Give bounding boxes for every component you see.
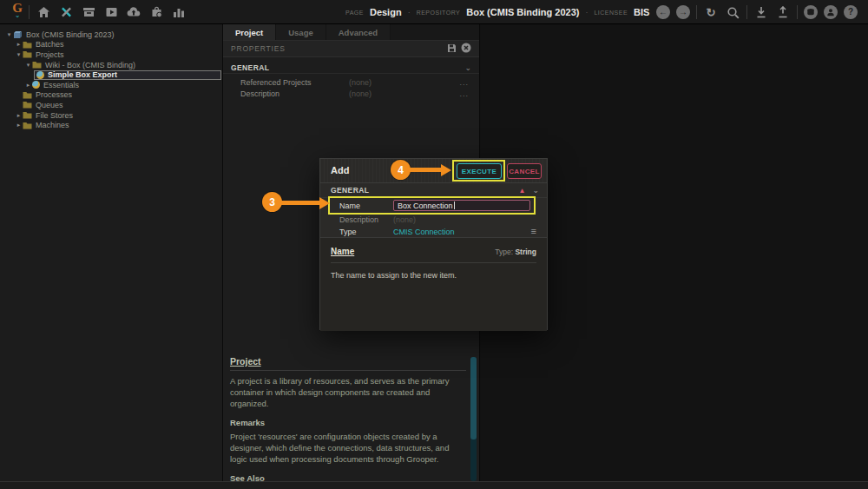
step-4-arrowhead-icon (441, 164, 451, 176)
licensee-value[interactable]: BIS (634, 7, 649, 17)
help-title-row: Name Type: String (331, 247, 536, 263)
stats-chart-icon[interactable] (171, 4, 187, 20)
search-button[interactable] (725, 4, 740, 20)
doc-scrollbar-thumb[interactable] (470, 357, 477, 439)
tree-item-processes[interactable]: Processes (0, 90, 223, 101)
selected-item-box[interactable]: Simple Box Export (34, 70, 221, 80)
dialog-row-type[interactable]: Type CMIS Connection ≡ (320, 226, 547, 237)
help-body: The name to assign to the new item. (331, 271, 536, 280)
grooper-logo[interactable]: G ⌄ (9, 1, 26, 22)
property-row-description[interactable]: Description (none) ... (223, 88, 479, 99)
dialog-general-header[interactable]: GENERAL ▲ ⌄ (320, 183, 547, 198)
property-value: (none) (349, 78, 372, 87)
documentation-panel: Project A project is a library of resour… (230, 355, 466, 489)
expander-closed-icon[interactable]: ▸ (15, 122, 23, 129)
tree-item-label: Essentials (43, 81, 79, 89)
expander-open-icon[interactable]: ▾ (24, 62, 32, 69)
divider (230, 370, 466, 371)
tree-item-file-stores[interactable]: ▸ File Stores (0, 110, 223, 121)
tree-item-wiki-box[interactable]: ▾ Wiki - Box (CMIS Binding) (0, 60, 223, 70)
download-button[interactable] (753, 4, 769, 20)
tree-item-label: Simple Box Export (48, 70, 117, 79)
ellipsis-button[interactable]: ... (459, 89, 469, 98)
properties-toolbar: PROPERTIES (223, 41, 479, 57)
warning-icon: ▲ (519, 187, 526, 195)
divider (797, 5, 798, 19)
cancel-button[interactable]: CANCEL (507, 163, 542, 179)
tree-item-queues[interactable]: Queues (0, 100, 223, 110)
design-tools-icon[interactable] (58, 4, 74, 20)
tab-bar: Project Usage Advanced (223, 24, 479, 41)
expander-closed-icon[interactable]: ▸ (15, 41, 23, 48)
repository-icon (13, 30, 23, 39)
folder-icon (23, 50, 32, 58)
dialog-general-title: GENERAL (331, 186, 369, 195)
top-nav-icons (36, 0, 187, 24)
property-label: Referenced Projects (240, 78, 349, 87)
doc-remarks: Project 'resources' are configuration ob… (230, 432, 466, 465)
folder-icon (23, 122, 32, 129)
help-title: Name (331, 247, 354, 256)
tree-item-label: Box (CMIS Binding 2023) (26, 30, 115, 39)
home-icon[interactable] (36, 4, 51, 20)
chevron-down-icon[interactable]: ⌄ (464, 64, 471, 72)
expander-closed-icon[interactable]: ▸ (15, 112, 23, 119)
name-input[interactable]: Box Connection (393, 200, 530, 211)
upload-button[interactable] (775, 4, 791, 20)
save-icon[interactable] (447, 41, 457, 56)
repository-value[interactable]: Box (CMIS Binding 2023) (466, 7, 579, 17)
tab-project[interactable]: Project (223, 24, 276, 40)
step-4-badge: 4 (391, 160, 411, 180)
expander-open-icon[interactable]: ▾ (15, 51, 23, 58)
tree-item-simple-box-export[interactable]: Simple Box Export (0, 69, 223, 80)
close-icon[interactable] (461, 41, 471, 56)
project-sphere-icon (32, 81, 40, 89)
general-section-title: GENERAL (231, 63, 269, 72)
dialog-row-description[interactable]: Description (none) (320, 215, 547, 225)
tree-item-label: Projects (36, 50, 64, 59)
tree-item-label: Machines (36, 121, 69, 129)
doc-title: Project (230, 355, 466, 367)
project-sphere-icon (36, 71, 44, 79)
property-label: Description (240, 89, 349, 98)
properties-title: PROPERTIES (231, 44, 286, 53)
refresh-button[interactable]: ↻ (703, 4, 719, 20)
separator-dot: · (408, 8, 411, 17)
doc-scrollbar[interactable] (470, 357, 477, 481)
tree-item-repository[interactable]: ▾ Box (CMIS Binding 2023) (0, 30, 223, 40)
import-cloud-icon[interactable] (126, 4, 141, 20)
tree-item-label: File Stores (36, 111, 73, 120)
ellipsis-button[interactable]: ... (459, 78, 469, 87)
batches-icon[interactable] (81, 4, 96, 20)
forward-button[interactable]: → (676, 5, 690, 19)
review-icon[interactable] (103, 4, 119, 20)
help-type: Type: String (495, 248, 536, 256)
folder-icon (23, 41, 32, 49)
tree-item-batches[interactable]: ▸ Batches (0, 40, 223, 50)
expander-closed-icon[interactable]: ▸ (24, 82, 32, 89)
database-button[interactable] (804, 5, 818, 19)
tab-advanced[interactable]: Advanced (326, 24, 391, 40)
user-account-button[interactable] (824, 5, 838, 19)
expander-open-icon[interactable]: ▾ (5, 31, 13, 38)
doc-intro: A project is a library of resources, and… (230, 376, 466, 409)
top-bar: G ⌄ PAGE Design · REPOSITORY Box (CMIS B… (0, 0, 868, 24)
back-button[interactable]: ← (656, 5, 670, 19)
hamburger-menu-icon[interactable]: ≡ (531, 227, 536, 236)
execute-button[interactable]: EXECUTE (457, 163, 502, 179)
tree-item-essentials[interactable]: ▸ Essentials (0, 80, 223, 90)
chevron-down-icon[interactable]: ⌄ (532, 186, 539, 195)
type-field-value[interactable]: CMIS Connection (393, 228, 455, 236)
help-button[interactable]: ? (844, 5, 858, 19)
tree-item-machines[interactable]: ▸ Machines (0, 120, 223, 130)
property-row-referenced-projects[interactable]: Referenced Projects (none) ... (223, 76, 479, 88)
jobs-icon[interactable] (148, 4, 164, 20)
folder-icon (23, 101, 32, 109)
general-section-header[interactable]: GENERAL ⌄ (223, 63, 479, 74)
tree-item-projects[interactable]: ▾ Projects (0, 50, 223, 60)
tab-usage[interactable]: Usage (276, 24, 326, 40)
tree-item-label: Batches (36, 40, 64, 49)
page-value[interactable]: Design (370, 7, 402, 17)
repository-label: REPOSITORY (417, 10, 461, 16)
folder-icon (23, 111, 32, 119)
